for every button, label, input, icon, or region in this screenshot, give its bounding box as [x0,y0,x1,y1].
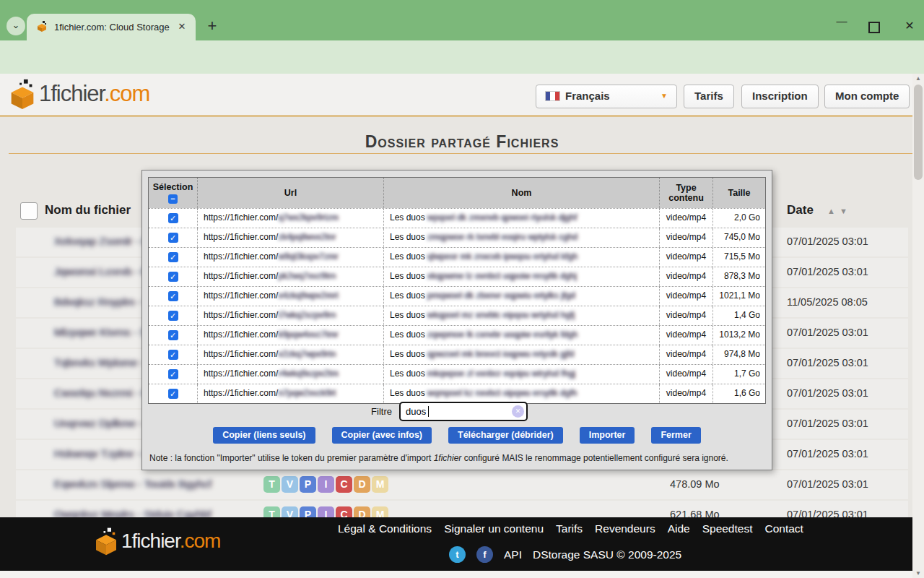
modal-table: Sélection − Url Nom Type contenu Taille … [148,177,766,404]
footer-link-api[interactable]: API [504,548,522,561]
window-minimize-button[interactable]: — [832,14,852,27]
window-close-button[interactable]: ✕ [899,19,920,33]
file-action-badge[interactable]: D [354,476,370,493]
twitter-icon[interactable]: t [449,546,466,563]
footer-link-legal[interactable]: Légal & Conditions [338,522,432,535]
file-size: 1,7 Go [713,365,765,384]
links-modal: Sélection − Url Nom Type contenu Taille … [141,170,772,470]
footer-links: Légal & Conditions Signaler un contenu T… [338,522,803,535]
file-size: 1013,2 Mo [713,326,765,345]
column-header-name: Nom du fichier [45,203,131,217]
file-url: https://1fichier.com/t7wkq2xzpv9rn [198,306,384,325]
row-checkbox[interactable]: ✓ [168,330,178,340]
file-action-badge[interactable]: P [300,506,316,517]
language-label: Français [565,90,610,102]
name-redacted: zmqpwoe rk txnvbl eoqiru wptylsk cghd [427,232,578,242]
name-prefix: Les duos [390,251,427,262]
footer-link-contact[interactable]: Contact [764,522,803,535]
import-button[interactable]: Importer [580,427,635,444]
file-action-badge[interactable]: T [263,476,280,493]
file-date: 07/01/2025 03:01 [787,387,868,399]
sort-asc-icon[interactable]: ▲ [827,207,835,215]
copy-with-infos-button[interactable]: Copier (avec infos) [332,427,432,444]
page-scrollbar[interactable]: ▲ ▼ [912,74,924,578]
file-action-badge[interactable]: M [372,476,388,493]
row-checkbox[interactable]: ✓ [168,311,178,321]
window-maximize-button[interactable] [868,22,880,33]
file-url: https://1fichier.com/n7pqw2xvzk9rt [198,384,384,403]
scrollbar-down-icon[interactable]: ▼ [912,570,924,577]
logo-tld: .com [180,530,221,552]
modal-file-row: ✓ https://1fichier.com/w9qt3kxpv7zmr Les… [149,247,765,267]
footer-link-resellers[interactable]: Revendeurs [595,522,655,535]
site-favicon-icon [36,21,48,33]
file-action-badge[interactable]: P [300,476,316,493]
row-checkbox[interactable]: ✓ [168,369,178,379]
column-header-type: Type contenu [660,178,713,208]
row-checkbox[interactable]: ✓ [168,252,178,262]
file-name: Les duos zqwpmoe lk cxnvbr uoqpiw esrtly… [384,326,660,345]
selection-cell: ✓ [149,365,198,384]
footer-logo[interactable]: 1fichier.com [91,526,220,556]
file-date: 07/01/2025 03:01 [787,357,868,368]
row-checkbox[interactable]: ✓ [168,233,178,243]
clear-filter-icon[interactable]: ✕ [512,405,524,418]
table-row: Eqwvkzn Slprmo - Touidx Bgyhcf T V P I C… [16,470,908,499]
scrollbar-up-icon[interactable]: ▲ [912,75,924,82]
tab-close-icon[interactable]: ✕ [175,20,188,33]
row-checkbox[interactable]: ✓ [168,350,178,360]
tab-search-button[interactable]: ⌄ [6,17,25,35]
modal-file-row: ✓ https://1fichier.com/zk4pq8wvx2tnr Les… [149,228,765,247]
table-row: Owqnkvz Meplrs - Stduix Cgyhbf T V P I C… [16,501,908,517]
select-all-checkbox[interactable]: − [168,194,178,204]
file-size: 745,0 Mo [713,228,765,247]
file-action-badge[interactable]: I [318,476,334,493]
file-action-badge[interactable]: C [336,476,352,493]
facebook-icon[interactable]: f [476,546,493,563]
footer-link-aide[interactable]: Aide [668,522,690,535]
scrollbar-thumb[interactable] [914,85,923,180]
close-button[interactable]: Fermer [651,427,700,444]
file-action-badge[interactable]: I [318,506,334,517]
file-name-redacted: Eqwvkzn Slprmo - Touidx Bgyhcf [54,478,212,490]
file-action-badge[interactable]: V [282,476,298,493]
file-size: 715,5 Mo [713,248,765,267]
name-prefix: Les duos [390,368,427,379]
file-name: Les duos xkqpwme lz ovnbct uqpoiw resylt… [384,267,660,286]
column-header-url: Url [198,178,384,208]
browser-tab[interactable]: 1fichier.com: Cloud Storage ✕ [27,14,196,40]
row-checkbox[interactable]: ✓ [168,291,178,301]
browser-titlebar: ⌄ 1fichier.com: Cloud Storage ✕ + — ✕ [0,0,924,40]
nav-mon-compte-button[interactable]: Mon compte [824,85,910,108]
file-action-badge[interactable]: M [372,506,388,517]
copy-links-only-button[interactable]: Copier (liens seuls) [213,427,315,444]
site-logo[interactable]: 1fichier.com [6,77,149,111]
select-all-checkbox[interactable] [20,202,38,220]
language-select[interactable]: Français ▼ [536,85,677,108]
file-type: video/mp4 [660,345,713,364]
filter-input[interactable] [399,402,528,421]
selection-cell: ✓ [149,326,198,345]
footer-link-report[interactable]: Signaler un contenu [444,522,544,535]
nav-inscription-button[interactable]: Inscription [741,85,819,108]
row-checkbox[interactable]: ✓ [168,389,178,399]
file-action-badge[interactable]: T [263,506,280,517]
file-name: Les duos pmqwoel dk zbxnvr oqpwiu ertylk… [384,287,660,306]
file-action-badge[interactable]: D [354,506,370,517]
selection-cell: ✓ [149,248,198,267]
site-header: 1fichier.com Français ▼ Tarifs Inscripti… [0,74,924,117]
footer-link-tarifs[interactable]: Tarifs [556,522,583,535]
new-tab-button[interactable]: + [203,17,222,35]
file-type: video/mp4 [660,248,713,267]
sort-desc-icon[interactable]: ▼ [840,207,847,215]
nav-tarifs-button[interactable]: Tarifs [684,85,734,108]
footer-logo-text: 1fichier.com [121,530,220,553]
file-action-badge[interactable]: V [282,506,298,517]
row-checkbox[interactable]: ✓ [168,213,178,223]
download-debrid-button[interactable]: Télécharger (débrider) [448,427,563,444]
footer-link-speedtest[interactable]: Speedtest [702,522,753,535]
row-checkbox[interactable]: ✓ [168,272,178,282]
file-type: video/mp4 [660,228,713,247]
file-action-badge[interactable]: C [336,506,352,517]
url-prefix: https://1fichier.com/ [204,388,278,398]
